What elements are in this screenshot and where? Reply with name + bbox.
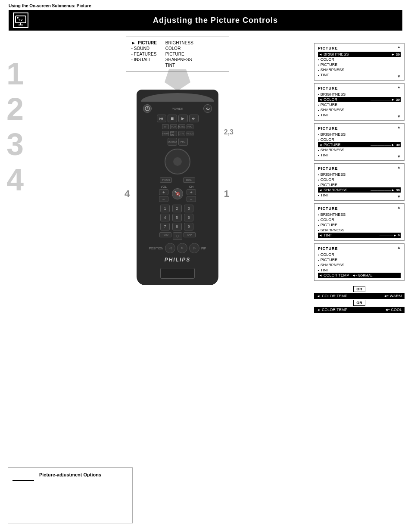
tv-icon: TV (15, 14, 27, 26)
remote-btn-8[interactable]: 8 (172, 223, 182, 230)
remote-dpad[interactable] (165, 149, 190, 174)
ct-warm-label: COLOR TEMP (322, 294, 347, 298)
remote-tv-btn[interactable]: TV (162, 124, 169, 129)
remote-input-selector[interactable] (160, 268, 195, 279)
pic-menu-6-colortemp: ◄ COLOR TEMP ◄• NORMAL (318, 273, 401, 278)
remote-control: POWER ⏻ ⏮ ⏹ ▶ ⏭ TV VCR ACTIVE (137, 90, 218, 285)
osd-item-features: • FEATURES (131, 52, 157, 56)
remote-ch-plus[interactable]: + (187, 189, 196, 195)
remote-pip-btn[interactable]: PIP ON (170, 131, 177, 136)
remote-pip-label: PIP (201, 247, 206, 250)
pic-menu-4: ▲ PICTURE • BRIGHTNESS • COLOR • PICTURE… (314, 163, 405, 201)
remote-sap-btn[interactable]: SAP (184, 232, 196, 237)
remote-btn-0[interactable]: 0 (173, 232, 182, 240)
remote-vol-block: VOL + − (159, 185, 168, 202)
remote-prc-btn[interactable]: PRC (187, 124, 193, 129)
remote-sound-btn[interactable]: SOUND (168, 138, 177, 146)
remote-stop-btn[interactable]: ⏹ (168, 115, 177, 122)
remote-position-label: POSITION (149, 247, 163, 250)
remote-status-btn[interactable]: STATUS (160, 177, 172, 183)
ct-bar-cool: ◄ COLOR TEMP ◄• COOL (314, 307, 405, 313)
pic-menu-4-tint: • TINT (318, 193, 401, 198)
remote-btn-9[interactable]: 9 (184, 223, 193, 230)
center-column: ► PICTURE • SOUND • FEATURES • (45, 37, 310, 314)
remote-ctrl-btn[interactable]: CTRL (178, 131, 185, 136)
remote-btn-1[interactable]: 1 (160, 205, 170, 212)
remote-pos-left[interactable]: ◁ (165, 243, 175, 253)
pic-menu-2-down: ▼ (397, 115, 401, 118)
osd-left-items: ► PICTURE • SOUND • FEATURES • (131, 40, 157, 68)
pic-menu-6-tint: • TINT (318, 268, 401, 273)
remote-pbc-btn[interactable]: PBC (178, 138, 188, 146)
osd-sub-tint: TINT (165, 63, 193, 68)
remote-ffwd-btn[interactable]: ⏭ (189, 115, 199, 122)
pic-menu-3-color: • COLOR (318, 137, 401, 142)
step-3-number: 3 (6, 129, 41, 160)
step-4-number: 4 (6, 164, 41, 195)
remote-btn-7[interactable]: 7 (160, 223, 170, 230)
pic-menu-5-sharpness: • SHARPNESS (318, 227, 401, 233)
pic-menu-4-brightness: • BRIGHTNESS (318, 172, 401, 177)
ct-or-box-2: OR (353, 300, 365, 306)
osd-selected-arrow: ► (131, 40, 136, 45)
pic-menu-1-title: PICTURE (318, 46, 401, 50)
main-content: 1 2 3 4 ► PICTURE • SOUND (0, 32, 411, 318)
pic-menu-2-up: ▲ (397, 85, 401, 89)
remote-standby-btn[interactable] (143, 104, 152, 113)
remote-mute-btn[interactable]: 🔇 (172, 188, 183, 199)
pic-menu-3-tint: • TINT (318, 152, 401, 158)
svg-marker-5 (165, 69, 190, 91)
remote-power-label: POWER (172, 107, 183, 110)
remote-pos-center[interactable]: ⊙ (177, 243, 187, 253)
remote-btn-5[interactable]: 5 (172, 214, 182, 221)
osd-main-menu: ► PICTURE • SOUND • FEATURES • (126, 37, 229, 72)
osd-item-install: • INSTALL (131, 57, 157, 62)
pic-menu-2-brightness: • BRIGHTNESS (318, 92, 401, 97)
pic-menu-6-sharpness: • SHARPNESS (318, 262, 401, 268)
remote-btn-3[interactable]: 3 (184, 205, 193, 212)
remote-menu-btn[interactable]: MENU (183, 177, 195, 183)
remote-vol-plus[interactable]: + (159, 189, 168, 195)
pic-menu-3: ▲ PICTURE • BRIGHTNESS • COLOR ◄ PICTURE… (314, 123, 405, 161)
remote-ch-minus[interactable]: − (187, 196, 196, 202)
remote-freeze-btn[interactable]: FREEZE (187, 131, 193, 136)
remote-vol-minus[interactable]: − (159, 196, 168, 202)
title-icon: TV (13, 12, 28, 28)
ct-warm-value: WARM (390, 294, 402, 298)
remote-play-btn[interactable]: ▶ (178, 115, 188, 122)
pic-menu-1-brightness: ◄ BRIGHTNESS ——————► 30 (318, 52, 401, 57)
ct-cool-label: COLOR TEMP (322, 308, 347, 312)
pic-menu-5: ▲ PICTURE • BRIGHTNESS • COLOR • PICTURE… (314, 203, 405, 241)
ct-cool-value: COOL (391, 308, 402, 312)
svg-text:TV: TV (19, 19, 23, 22)
pic-menu-2-color: ◄ COLOR ——————► 30 (318, 97, 401, 102)
remote-swap-btn[interactable]: SWAP (162, 131, 169, 136)
remote-dpad-center[interactable] (173, 157, 182, 166)
remote-sound-row: SOUND PBC (141, 138, 214, 146)
remote-rewind-btn[interactable]: ⏮ (157, 115, 166, 122)
remote-pos-right[interactable]: ▷ (189, 243, 199, 253)
remote-vol-ch-row: 4 VOL + − 🔇 (141, 185, 214, 202)
pic-menu-6-picture: • PICTURE (318, 257, 401, 262)
page-header: Using the On-screen Submenus: Picture TV… (0, 0, 411, 32)
remote-numpad: 1 2 3 4 5 6 7 8 9 (160, 205, 195, 230)
pic-menu-6-up: ▲ (397, 246, 401, 249)
remote-vcr-btn[interactable]: VCR (170, 124, 177, 129)
svg-text:🔇: 🔇 (176, 192, 180, 196)
pic-menu-1-tint: • TINT (318, 72, 401, 78)
remote-btn-6[interactable]: 6 (184, 214, 193, 221)
osd-label-features: FEATURES (134, 52, 157, 56)
right-column: ▲ PICTURE ◄ BRIGHTNESS ——————► 30 • COLO… (314, 37, 405, 314)
ct-or-box-1: OR (353, 286, 365, 292)
pic-menu-5-picture: • PICTURE (318, 222, 401, 227)
remote-vol-text: VOL (161, 185, 167, 188)
pic-menu-4-up: ▲ (397, 165, 401, 169)
remote-power-btn[interactable]: ⏻ (203, 104, 212, 113)
remote-special-row: TVOD 0 SAP (141, 232, 214, 240)
osd-sub-color: COLOR (165, 46, 193, 51)
remote-active-btn[interactable]: ACTIVE (178, 124, 185, 129)
remote-btn-4[interactable]: 4 (160, 214, 170, 221)
pic-menu-4-color: • COLOR (318, 177, 401, 182)
remote-tvod-btn[interactable]: TVOD (159, 232, 171, 237)
remote-btn-2[interactable]: 2 (172, 205, 182, 212)
